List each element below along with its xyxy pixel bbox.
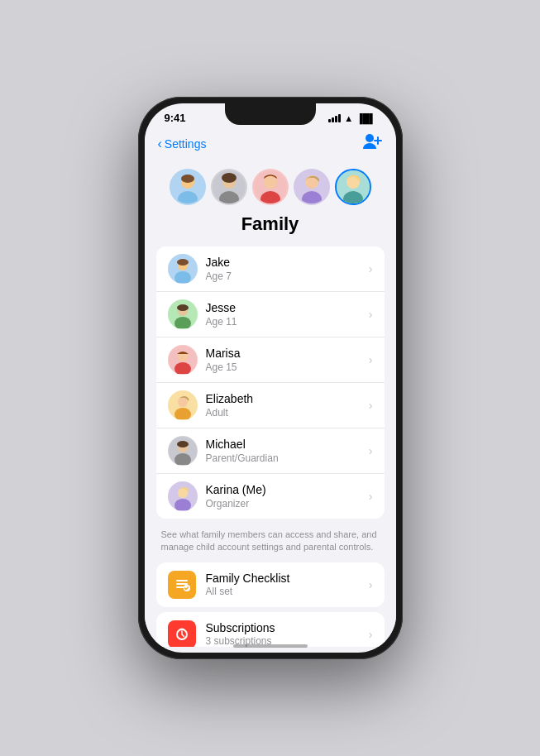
avatar-karina-list bbox=[168, 481, 198, 511]
family-checklist-item[interactable]: Family Checklist All set › bbox=[156, 562, 385, 607]
avatar-elizabeth[interactable] bbox=[294, 169, 330, 205]
chevron-right-icon: › bbox=[369, 578, 373, 591]
list-item-jesse-text: Jesse Age 11 bbox=[206, 301, 369, 328]
chevron-right-icon: › bbox=[369, 353, 373, 366]
avatar-jake-list bbox=[168, 254, 198, 284]
phone-screen: 9:41 ▲ ▐█▌ ‹ Settings bbox=[145, 103, 396, 653]
status-time: 9:41 bbox=[165, 112, 186, 124]
back-chevron-icon: ‹ bbox=[158, 136, 162, 151]
notch bbox=[225, 103, 316, 125]
avatars-row bbox=[145, 162, 396, 213]
list-item-elizabeth-name: Elizabeth bbox=[206, 392, 369, 406]
list-item-marisa-text: Marisa Age 15 bbox=[206, 347, 369, 373]
family-members-list: Jake Age 7 › bbox=[156, 246, 385, 519]
avatar-elizabeth-list bbox=[168, 390, 198, 420]
svg-rect-44 bbox=[176, 586, 184, 588]
battery-icon: ▐█▌ bbox=[356, 113, 375, 123]
list-item-karina[interactable]: Karina (Me) Organizer › bbox=[156, 474, 385, 519]
list-item-elizabeth[interactable]: Elizabeth Adult › bbox=[156, 383, 385, 428]
list-item-jesse-name: Jesse bbox=[206, 301, 369, 315]
avatar-michael-list bbox=[168, 436, 198, 466]
add-family-button[interactable] bbox=[361, 132, 383, 156]
list-item-michael[interactable]: Michael Parent/Guardian › bbox=[156, 428, 385, 474]
list-item-michael-name: Michael bbox=[206, 438, 369, 452]
list-item-michael-text: Michael Parent/Guardian bbox=[206, 438, 369, 464]
family-checklist-sub: All set bbox=[206, 586, 369, 597]
list-item-karina-text: Karina (Me) Organizer bbox=[206, 483, 369, 510]
add-family-icon bbox=[361, 132, 383, 151]
subscriptions-text: Subscriptions 3 subscriptions bbox=[206, 621, 369, 647]
home-indicator bbox=[233, 644, 308, 648]
list-item-elizabeth-text: Elizabeth Adult bbox=[206, 392, 369, 419]
signal-icon bbox=[328, 114, 341, 122]
avatar-jesse[interactable] bbox=[211, 169, 247, 205]
avatar-jake[interactable] bbox=[170, 169, 206, 205]
family-checklist-section: Family Checklist All set › bbox=[156, 562, 385, 607]
subscriptions-icon bbox=[168, 620, 196, 647]
family-checklist-name: Family Checklist bbox=[206, 572, 369, 585]
list-item-jesse-sub: Age 11 bbox=[206, 316, 369, 328]
svg-rect-42 bbox=[176, 580, 188, 581]
list-item-marisa-name: Marisa bbox=[206, 347, 369, 361]
subscriptions-section: Subscriptions 3 subscriptions › bbox=[156, 612, 385, 647]
list-item-marisa-sub: Age 15 bbox=[206, 361, 369, 373]
svg-point-27 bbox=[177, 304, 189, 311]
screen-content[interactable]: ‹ Settings bbox=[145, 127, 396, 647]
wifi-icon: ▲ bbox=[344, 113, 353, 123]
svg-point-10 bbox=[222, 173, 237, 183]
phone-frame: 9:41 ▲ ▐█▌ ‹ Settings bbox=[138, 97, 403, 659]
chevron-right-icon: › bbox=[369, 308, 373, 321]
list-item-jake-text: Jake Age 7 bbox=[206, 256, 369, 282]
back-button[interactable]: ‹ Settings bbox=[158, 136, 207, 151]
svg-point-6 bbox=[181, 175, 194, 183]
avatar-marisa[interactable] bbox=[252, 169, 289, 205]
avatar-karina[interactable] bbox=[335, 169, 371, 205]
avatar-jesse-list bbox=[168, 299, 198, 329]
svg-point-0 bbox=[366, 134, 374, 142]
list-item-jake-sub: Age 7 bbox=[206, 270, 369, 282]
list-item-jake-name: Jake bbox=[206, 256, 369, 270]
subscriptions-item[interactable]: Subscriptions 3 subscriptions › bbox=[156, 612, 385, 647]
avatar-marisa-list bbox=[168, 345, 198, 375]
list-item-karina-sub: Organizer bbox=[206, 498, 369, 510]
svg-point-37 bbox=[177, 441, 189, 447]
chevron-right-icon: › bbox=[369, 399, 373, 412]
svg-point-23 bbox=[177, 259, 189, 266]
list-item-jesse[interactable]: Jesse Age 11 › bbox=[156, 292, 385, 337]
back-label: Settings bbox=[165, 137, 207, 151]
list-item-elizabeth-sub: Adult bbox=[206, 407, 369, 419]
chevron-right-icon: › bbox=[369, 262, 373, 275]
list-item-michael-sub: Parent/Guardian bbox=[206, 452, 369, 464]
status-icons: ▲ ▐█▌ bbox=[328, 113, 375, 123]
nav-bar: ‹ Settings bbox=[145, 127, 396, 162]
list-item-marisa[interactable]: Marisa Age 15 › bbox=[156, 337, 385, 383]
list-item-jake[interactable]: Jake Age 7 › bbox=[156, 246, 385, 292]
svg-rect-43 bbox=[176, 583, 188, 585]
subscriptions-name: Subscriptions bbox=[206, 621, 369, 634]
list-item-karina-name: Karina (Me) bbox=[206, 483, 369, 497]
family-checklist-text: Family Checklist All set bbox=[206, 572, 369, 597]
page-title: Family bbox=[145, 213, 396, 235]
family-checklist-icon bbox=[168, 571, 196, 599]
description-text: See what family members can access and s… bbox=[145, 524, 396, 562]
chevron-right-icon: › bbox=[369, 628, 373, 641]
chevron-right-icon: › bbox=[369, 444, 373, 457]
chevron-right-icon: › bbox=[369, 490, 373, 503]
svg-point-12 bbox=[264, 175, 277, 189]
